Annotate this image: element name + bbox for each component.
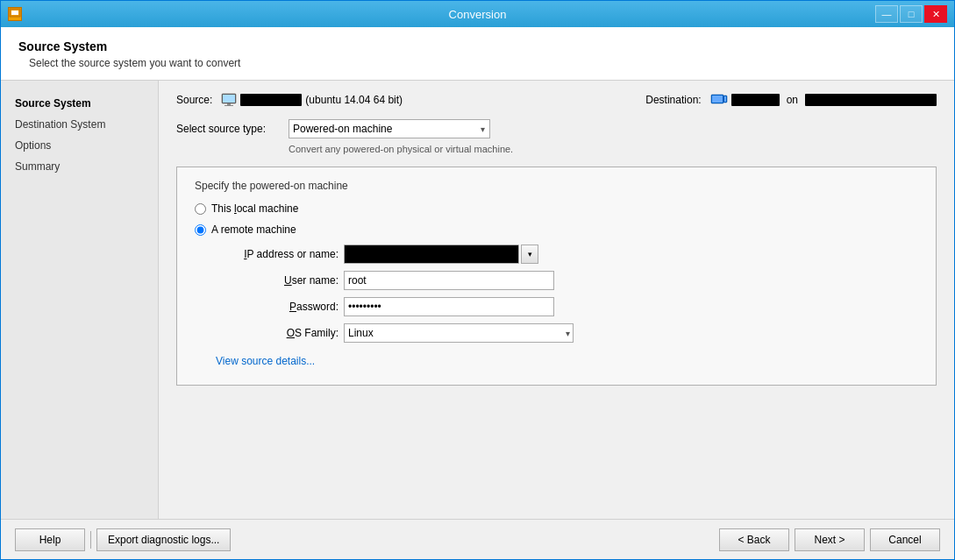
svg-rect-5 [227,103,231,105]
convert-note: Convert any powered-on physical or virtu… [289,144,937,154]
source-type-select[interactable]: Powered-on machine VMware Infrastructure… [289,119,490,138]
title-bar: Conversion — □ ✕ [1,1,954,27]
help-button[interactable]: Help [15,528,85,551]
ip-address-input-wrapper: ▾ [344,245,538,264]
export-logs-button[interactable]: Export diagnostic logs... [96,528,231,551]
user-name-input[interactable] [344,271,554,290]
ip-address-row: IP address or name: ▾ [216,245,918,264]
password-input[interactable] [344,297,554,316]
source-label: Source: [176,94,212,106]
next-button[interactable]: Next > [795,528,865,551]
radio-remote-label[interactable]: A remote machine [211,223,296,236]
ip-address-redacted [344,245,519,264]
back-button[interactable]: < Back [719,528,789,551]
sidebar-item-source-system[interactable]: Source System [1,93,158,114]
destination-vm-icon [710,93,728,107]
ip-address-dropdown-btn[interactable]: ▾ [521,245,538,264]
svg-rect-8 [712,96,723,103]
svg-rect-6 [224,105,233,106]
source-os-info: (ubuntu 14.04 64 bit) [305,94,403,106]
sidebar: Source System Destination System Options… [1,81,159,519]
os-family-label: OS Family: [216,327,339,339]
password-row: Password: [216,297,918,316]
destination-label: Destination: [645,94,701,106]
window-controls: — □ ✕ [875,5,947,23]
content-area: Source System Destination System Options… [1,81,954,519]
ip-address-label: IP address or name: [216,248,339,260]
view-source-details-link[interactable]: View source details... [216,355,315,367]
user-name-row: User name: [216,271,918,290]
os-family-select-wrapper: Linux Windows [344,323,574,343]
footer-left: Help Export diagnostic logs... [15,528,231,551]
view-source-details-row: View source details... [216,355,918,367]
title-bar-left [8,7,22,21]
password-label: Password: [216,301,339,313]
window-title: Conversion [449,8,507,21]
main-window: Conversion — □ ✕ Source System Select th… [0,0,955,560]
footer: Help Export diagnostic logs... < Back Ne… [1,519,954,559]
source-ip-redacted [240,94,302,106]
footer-right: < Back Next > Cancel [719,528,940,551]
destination-server-redacted [805,94,937,106]
destination-host-redacted [731,94,780,106]
sidebar-item-options[interactable]: Options [1,135,158,156]
source-type-row: Select source type: Powered-on machine V… [176,119,937,138]
source-computer-icon [221,93,237,107]
radio-local-row: This local machine [195,202,918,215]
sidebar-item-destination-system[interactable]: Destination System [1,114,158,135]
page-subtitle: Select the source system you want to con… [29,57,937,69]
select-source-type-label: Select source type: [176,123,282,135]
svg-rect-1 [11,11,18,15]
page-title: Source System [18,39,937,53]
source-value: (ubuntu 14.04 64 bit) [221,93,403,107]
remote-machine-fields: IP address or name: ▾ User name: [216,245,918,343]
window-body: Source System Select the source system y… [1,27,954,559]
svg-rect-4 [223,95,235,103]
maximize-button[interactable]: □ [900,5,923,23]
close-button[interactable]: ✕ [924,5,947,23]
header-section: Source System Select the source system y… [1,27,954,81]
os-family-row: OS Family: Linux Windows [216,323,918,343]
radio-local-machine[interactable] [195,203,206,215]
radio-remote-row: A remote machine [195,223,918,236]
radio-local-label[interactable]: This local machine [211,202,298,215]
destination-on-label: on [787,94,798,106]
cancel-button[interactable]: Cancel [870,528,940,551]
radio-remote-machine[interactable] [195,224,206,236]
footer-separator [90,531,91,549]
source-type-select-wrapper: Powered-on machine VMware Infrastructure… [289,119,490,138]
svg-rect-10 [724,96,726,102]
destination-value: on [710,93,937,107]
sidebar-item-summary[interactable]: Summary [1,156,158,177]
source-dest-bar: Source: (ubuntu 14.04 64 bit) [176,93,937,107]
group-box-legend: Specify the powered-on machine [195,180,918,192]
os-family-select[interactable]: Linux Windows [344,323,574,343]
main-panel: Source: (ubuntu 14.04 64 bit) [159,81,954,519]
user-name-label: User name: [216,274,339,287]
powered-on-machine-group: Specify the powered-on machine This loca… [176,167,937,386]
app-icon [8,7,22,21]
minimize-button[interactable]: — [875,5,898,23]
